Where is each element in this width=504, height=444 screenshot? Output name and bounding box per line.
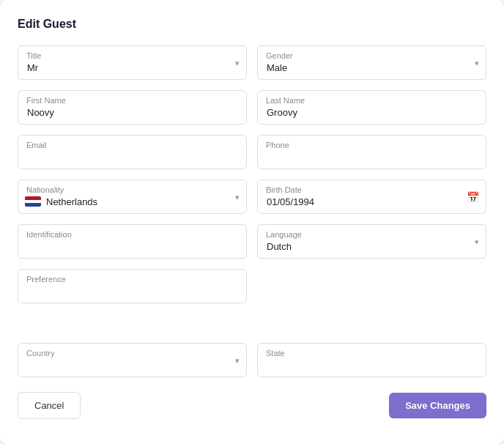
preference-group: Preference xyxy=(18,269,247,303)
last-name-group: Last Name xyxy=(257,90,486,125)
first-name-input[interactable] xyxy=(18,90,247,125)
spacer xyxy=(18,314,486,343)
edit-guest-card: Edit Guest Title Mr Mrs Ms Dr ▾ Gender M… xyxy=(0,0,504,444)
first-name-group: First Name xyxy=(18,90,247,125)
preference-input[interactable] xyxy=(18,269,247,303)
identification-group: Identification xyxy=(18,224,247,259)
row-country-state: Country Netherlands Germany United State… xyxy=(18,343,486,377)
nationality-select[interactable]: Netherlands Germany France United Kingdo… xyxy=(18,180,247,214)
row-title-gender: Title Mr Mrs Ms Dr ▾ Gender Male Female … xyxy=(18,45,486,80)
phone-group: Phone xyxy=(257,135,486,169)
country-group: Country Netherlands Germany United State… xyxy=(18,343,247,377)
row-nationality-birthdate: Nationality Netherlands Germany France U… xyxy=(18,180,486,214)
row-email-phone: Email Phone xyxy=(18,135,486,169)
email-input[interactable] xyxy=(18,135,247,169)
row-preference: Preference xyxy=(18,269,486,303)
phone-input[interactable] xyxy=(257,135,486,169)
save-button[interactable]: Save Changes xyxy=(389,393,486,418)
title-select[interactable]: Mr Mrs Ms Dr xyxy=(18,45,247,80)
gender-select[interactable]: Male Female Other xyxy=(257,45,486,80)
page-title: Edit Guest xyxy=(18,18,486,31)
state-group: State xyxy=(257,343,486,377)
preference-spacer xyxy=(257,269,486,303)
cancel-button[interactable]: Cancel xyxy=(18,392,81,419)
row-names: First Name Last Name xyxy=(18,90,486,125)
nationality-group: Nationality Netherlands Germany France U… xyxy=(18,180,247,214)
birth-date-group: Birth Date 📅 xyxy=(257,180,486,214)
form-footer: Cancel Save Changes xyxy=(18,392,486,419)
title-group: Title Mr Mrs Ms Dr ▾ xyxy=(18,45,247,80)
email-group: Email xyxy=(18,135,247,169)
birth-date-input[interactable] xyxy=(257,180,486,214)
identification-input[interactable] xyxy=(18,224,247,259)
last-name-input[interactable] xyxy=(257,90,486,125)
state-input[interactable] xyxy=(257,343,486,377)
language-group: Language Dutch English French German Spa… xyxy=(257,224,486,259)
country-select[interactable]: Netherlands Germany United States United… xyxy=(18,343,247,377)
language-select[interactable]: Dutch English French German Spanish xyxy=(257,224,486,259)
gender-group: Gender Male Female Other ▾ xyxy=(257,45,486,80)
row-identification-language: Identification Language Dutch English Fr… xyxy=(18,224,486,259)
